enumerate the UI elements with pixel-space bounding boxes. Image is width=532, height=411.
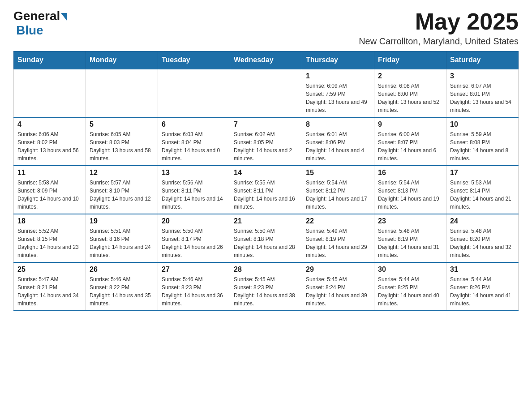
logo: General Blue <box>13 9 67 38</box>
day-number: 31 <box>450 265 515 274</box>
day-info: Sunrise: 5:45 AMSunset: 8:24 PMDaylight:… <box>306 275 370 308</box>
weekday-header-sunday: Sunday <box>14 51 86 69</box>
calendar-cell: 6Sunrise: 6:03 AMSunset: 8:04 PMDaylight… <box>158 117 230 166</box>
calendar-cell: 12Sunrise: 5:57 AMSunset: 8:10 PMDayligh… <box>86 166 158 214</box>
calendar-cell: 2Sunrise: 6:08 AMSunset: 8:00 PMDaylight… <box>374 69 446 117</box>
calendar-cell: 10Sunrise: 5:59 AMSunset: 8:08 PMDayligh… <box>446 117 519 166</box>
calendar-cell: 20Sunrise: 5:50 AMSunset: 8:17 PMDayligh… <box>158 214 230 262</box>
weekday-header-tuesday: Tuesday <box>158 51 230 69</box>
day-info: Sunrise: 6:07 AMSunset: 8:01 PMDaylight:… <box>450 82 515 114</box>
day-info: Sunrise: 5:44 AMSunset: 8:26 PMDaylight:… <box>450 275 515 308</box>
day-number: 20 <box>162 217 226 225</box>
day-info: Sunrise: 5:50 AMSunset: 8:18 PMDaylight:… <box>234 227 298 259</box>
weekday-header-monday: Monday <box>86 51 158 69</box>
page-header: General Blue May 2025 New Carrollton, Ma… <box>13 9 519 47</box>
day-number: 6 <box>162 120 226 128</box>
calendar-cell: 30Sunrise: 5:44 AMSunset: 8:25 PMDayligh… <box>374 262 446 311</box>
day-number: 18 <box>17 217 82 225</box>
location-text: New Carrollton, Maryland, United States <box>359 36 519 47</box>
day-number: 21 <box>234 217 298 225</box>
weekday-header-friday: Friday <box>374 51 446 69</box>
day-number: 13 <box>162 169 226 177</box>
day-info: Sunrise: 6:09 AMSunset: 7:59 PMDaylight:… <box>306 82 370 114</box>
calendar-cell: 26Sunrise: 5:46 AMSunset: 8:22 PMDayligh… <box>86 262 158 311</box>
day-number: 5 <box>90 120 154 128</box>
calendar-cell: 25Sunrise: 5:47 AMSunset: 8:21 PMDayligh… <box>14 262 86 311</box>
day-info: Sunrise: 6:03 AMSunset: 8:04 PMDaylight:… <box>162 130 226 163</box>
calendar-cell: 5Sunrise: 6:05 AMSunset: 8:03 PMDaylight… <box>86 117 158 166</box>
calendar-cell: 21Sunrise: 5:50 AMSunset: 8:18 PMDayligh… <box>230 214 302 262</box>
calendar-cell: 9Sunrise: 6:00 AMSunset: 8:07 PMDaylight… <box>374 117 446 166</box>
calendar-cell: 13Sunrise: 5:56 AMSunset: 8:11 PMDayligh… <box>158 166 230 214</box>
day-number: 22 <box>306 217 370 225</box>
calendar-cell: 28Sunrise: 5:45 AMSunset: 8:23 PMDayligh… <box>230 262 302 311</box>
day-info: Sunrise: 5:48 AMSunset: 8:20 PMDaylight:… <box>450 227 515 259</box>
day-info: Sunrise: 5:50 AMSunset: 8:17 PMDaylight:… <box>162 227 226 259</box>
calendar-cell <box>158 69 230 117</box>
day-info: Sunrise: 6:06 AMSunset: 8:02 PMDaylight:… <box>17 130 82 163</box>
calendar-week-1: 1Sunrise: 6:09 AMSunset: 7:59 PMDaylight… <box>14 69 519 117</box>
calendar-cell <box>86 69 158 117</box>
day-number: 24 <box>450 217 515 225</box>
day-info: Sunrise: 5:54 AMSunset: 8:13 PMDaylight:… <box>378 179 442 211</box>
day-number: 2 <box>378 72 442 80</box>
day-number: 9 <box>378 120 442 128</box>
calendar-table: SundayMondayTuesdayWednesdayThursdayFrid… <box>13 51 519 311</box>
calendar-cell: 31Sunrise: 5:44 AMSunset: 8:26 PMDayligh… <box>446 262 519 311</box>
day-info: Sunrise: 5:55 AMSunset: 8:11 PMDaylight:… <box>234 179 298 211</box>
day-info: Sunrise: 5:48 AMSunset: 8:19 PMDaylight:… <box>378 227 442 259</box>
day-number: 30 <box>378 265 442 274</box>
logo-general-text: General <box>13 9 60 23</box>
day-number: 27 <box>162 265 226 274</box>
day-number: 19 <box>90 217 154 225</box>
day-number: 10 <box>450 120 515 128</box>
weekday-header-thursday: Thursday <box>302 51 374 69</box>
calendar-cell: 16Sunrise: 5:54 AMSunset: 8:13 PMDayligh… <box>374 166 446 214</box>
calendar-cell: 15Sunrise: 5:54 AMSunset: 8:12 PMDayligh… <box>302 166 374 214</box>
calendar-cell: 7Sunrise: 6:02 AMSunset: 8:05 PMDaylight… <box>230 117 302 166</box>
calendar-cell: 23Sunrise: 5:48 AMSunset: 8:19 PMDayligh… <box>374 214 446 262</box>
day-info: Sunrise: 5:45 AMSunset: 8:23 PMDaylight:… <box>234 275 298 308</box>
calendar-week-2: 4Sunrise: 6:06 AMSunset: 8:02 PMDaylight… <box>14 117 519 166</box>
day-number: 3 <box>450 72 515 80</box>
calendar-cell: 4Sunrise: 6:06 AMSunset: 8:02 PMDaylight… <box>14 117 86 166</box>
calendar-cell: 19Sunrise: 5:51 AMSunset: 8:16 PMDayligh… <box>86 214 158 262</box>
calendar-cell: 3Sunrise: 6:07 AMSunset: 8:01 PMDaylight… <box>446 69 519 117</box>
day-number: 17 <box>450 169 515 177</box>
day-info: Sunrise: 6:01 AMSunset: 8:06 PMDaylight:… <box>306 130 370 163</box>
day-number: 23 <box>378 217 442 225</box>
calendar-cell: 24Sunrise: 5:48 AMSunset: 8:20 PMDayligh… <box>446 214 519 262</box>
day-info: Sunrise: 5:49 AMSunset: 8:19 PMDaylight:… <box>306 227 370 259</box>
calendar-cell: 22Sunrise: 5:49 AMSunset: 8:19 PMDayligh… <box>302 214 374 262</box>
day-number: 29 <box>306 265 370 274</box>
month-title: May 2025 <box>359 9 519 34</box>
weekday-header-saturday: Saturday <box>446 51 519 69</box>
day-info: Sunrise: 5:46 AMSunset: 8:22 PMDaylight:… <box>90 275 154 308</box>
calendar-cell: 8Sunrise: 6:01 AMSunset: 8:06 PMDaylight… <box>302 117 374 166</box>
day-number: 15 <box>306 169 370 177</box>
calendar-cell: 27Sunrise: 5:46 AMSunset: 8:23 PMDayligh… <box>158 262 230 311</box>
day-info: Sunrise: 5:57 AMSunset: 8:10 PMDaylight:… <box>90 179 154 211</box>
calendar-cell: 14Sunrise: 5:55 AMSunset: 8:11 PMDayligh… <box>230 166 302 214</box>
calendar-cell: 11Sunrise: 5:58 AMSunset: 8:09 PMDayligh… <box>14 166 86 214</box>
weekday-header-row: SundayMondayTuesdayWednesdayThursdayFrid… <box>14 51 519 69</box>
day-info: Sunrise: 5:58 AMSunset: 8:09 PMDaylight:… <box>17 179 82 211</box>
day-number: 8 <box>306 120 370 128</box>
day-number: 1 <box>306 72 370 80</box>
calendar-cell: 1Sunrise: 6:09 AMSunset: 7:59 PMDaylight… <box>302 69 374 117</box>
calendar-week-4: 18Sunrise: 5:52 AMSunset: 8:15 PMDayligh… <box>14 214 519 262</box>
day-number: 14 <box>234 169 298 177</box>
day-info: Sunrise: 6:02 AMSunset: 8:05 PMDaylight:… <box>234 130 298 163</box>
day-info: Sunrise: 5:56 AMSunset: 8:11 PMDaylight:… <box>162 179 226 211</box>
day-number: 26 <box>90 265 154 274</box>
logo-arrow-icon <box>61 13 67 21</box>
calendar-week-5: 25Sunrise: 5:47 AMSunset: 8:21 PMDayligh… <box>14 262 519 311</box>
day-number: 7 <box>234 120 298 128</box>
day-info: Sunrise: 5:51 AMSunset: 8:16 PMDaylight:… <box>90 227 154 259</box>
title-section: May 2025 New Carrollton, Maryland, Unite… <box>359 9 519 47</box>
day-number: 11 <box>17 169 82 177</box>
day-info: Sunrise: 6:08 AMSunset: 8:00 PMDaylight:… <box>378 82 442 114</box>
day-info: Sunrise: 5:54 AMSunset: 8:12 PMDaylight:… <box>306 179 370 211</box>
logo-blue-text: Blue <box>16 23 43 38</box>
day-info: Sunrise: 5:47 AMSunset: 8:21 PMDaylight:… <box>17 275 82 308</box>
